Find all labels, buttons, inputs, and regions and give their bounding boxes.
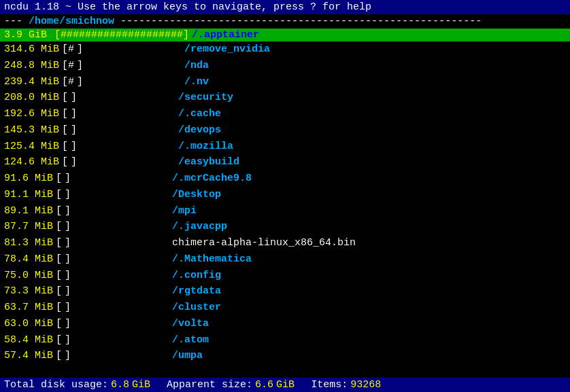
- bracket-open: [: [56, 188, 63, 202]
- file-size: 63.0 MiB: [4, 317, 56, 332]
- bracket-close: ]: [63, 317, 172, 332]
- file-path: /.nv: [184, 75, 209, 90]
- bracket-close: ]: [69, 107, 178, 122]
- bracket-open: [: [56, 171, 63, 186]
- bracket-open: [: [62, 90, 69, 105]
- file-size: 145.3 MiB: [4, 123, 62, 138]
- file-path: /.cache: [178, 107, 221, 122]
- highlight-size: 3.9 GiB: [4, 29, 52, 41]
- title-text: ncdu 1.18 ~ Use the arrow keys to naviga…: [4, 1, 371, 13]
- file-size: 124.6 MiB: [4, 155, 62, 170]
- file-row[interactable]: 73.3 MiB [ ] /rgtdata: [0, 283, 570, 300]
- bracket-close: ]: [63, 333, 172, 348]
- file-size: 314.6 MiB: [4, 42, 62, 57]
- file-row[interactable]: 314.6 MiB [# ] /remove_nvidia: [0, 41, 570, 58]
- bracket-open: [: [56, 300, 63, 315]
- file-path: /nda: [184, 58, 209, 73]
- bracket-open: [#: [62, 42, 76, 57]
- bracket-open: [: [62, 139, 69, 154]
- file-row[interactable]: 248.8 MiB [# ] /nda: [0, 58, 570, 74]
- bracket-close: ]: [63, 171, 172, 186]
- bracket-close: ]: [63, 236, 172, 251]
- file-size: 192.6 MiB: [4, 107, 62, 122]
- file-row[interactable]: 124.6 MiB [ ] /easybuild: [0, 154, 570, 171]
- total-label: Total disk usage:: [4, 379, 108, 391]
- total-value: 6.8: [111, 379, 129, 391]
- file-row[interactable]: 63.7 MiB [ ] /cluster: [0, 300, 570, 316]
- file-row[interactable]: 91.1 MiB [ ] /Desktop: [0, 187, 570, 203]
- bracket-close: ]: [76, 75, 184, 90]
- file-row[interactable]: 75.0 MiB [ ] /.config: [0, 268, 570, 284]
- file-list: 314.6 MiB [# ] /remove_nvidia248.8 MiB […: [0, 41, 570, 378]
- file-path: /.config: [172, 268, 221, 283]
- total-unit: GiB: [132, 379, 150, 391]
- apparent-value: 6.6: [255, 379, 273, 391]
- file-size: 91.1 MiB: [4, 188, 56, 202]
- file-row[interactable]: 81.3 MiB [ ] chimera-alpha-linux_x86_64.…: [0, 235, 570, 251]
- file-path: /.mcrCache9.8: [172, 171, 252, 186]
- file-path: /devops: [178, 123, 221, 138]
- bracket-open: [: [56, 236, 63, 251]
- bracket-open: [: [56, 268, 63, 283]
- status-bar: Total disk usage: 6.8 GiB Apparent size:…: [0, 378, 570, 392]
- file-size: 125.4 MiB: [4, 139, 62, 154]
- file-size: 239.4 MiB: [4, 75, 62, 90]
- file-size: 208.0 MiB: [4, 90, 62, 105]
- title-bar: ncdu 1.18 ~ Use the arrow keys to naviga…: [0, 0, 570, 14]
- file-row[interactable]: 192.6 MiB [ ] /.cache: [0, 106, 570, 122]
- highlight-bar: [####################]: [54, 29, 189, 41]
- path-suffix: ----------------------------------------…: [114, 16, 482, 27]
- file-row[interactable]: 208.0 MiB [ ] /security: [0, 90, 570, 106]
- file-path: /security: [178, 90, 233, 105]
- file-path: /.mozilla: [178, 139, 233, 154]
- file-row[interactable]: 57.4 MiB [ ] /umpa: [0, 348, 570, 364]
- file-row[interactable]: 58.4 MiB [ ] /.atom: [0, 332, 570, 349]
- file-path: /.Mathematica: [172, 252, 252, 267]
- file-size: 91.6 MiB: [4, 171, 56, 186]
- bracket-open: [: [56, 317, 63, 332]
- bracket-open: [#: [62, 58, 76, 73]
- file-path: /rgtdata: [172, 284, 221, 299]
- bracket-open: [: [62, 123, 69, 138]
- bracket-close: ]: [63, 300, 172, 315]
- file-row[interactable]: 145.3 MiB [ ] /devops: [0, 122, 570, 139]
- path-bar: --- /home/smichnow ---------------------…: [0, 14, 570, 29]
- bracket-close: ]: [69, 139, 178, 154]
- bracket-close: ]: [69, 155, 178, 170]
- file-path: /volta: [172, 317, 209, 332]
- bracket-close: ]: [63, 268, 172, 283]
- file-size: 75.0 MiB: [4, 268, 56, 283]
- file-row[interactable]: 125.4 MiB [ ] /.mozilla: [0, 139, 570, 155]
- file-size: 73.3 MiB: [4, 284, 56, 299]
- file-row[interactable]: 89.1 MiB [ ] /mpi: [0, 203, 570, 219]
- highlight-path: /.apptainer: [192, 29, 259, 41]
- file-size: 81.3 MiB: [4, 236, 56, 251]
- current-path: /home/smichnow: [29, 16, 114, 27]
- app: ncdu 1.18 ~ Use the arrow keys to naviga…: [0, 0, 570, 392]
- file-size: 63.7 MiB: [4, 300, 56, 315]
- items-value: 93268: [350, 379, 381, 391]
- file-size: 58.4 MiB: [4, 333, 56, 348]
- file-path: /cluster: [172, 300, 221, 315]
- path-prefix: ---: [4, 16, 29, 27]
- file-size: 89.1 MiB: [4, 204, 56, 219]
- highlight-unit: GiB: [29, 29, 47, 41]
- file-row[interactable]: 63.0 MiB [ ] /volta: [0, 316, 570, 332]
- file-size: 248.8 MiB: [4, 58, 62, 73]
- bracket-close: ]: [63, 219, 172, 234]
- bracket-open: [: [56, 349, 63, 363]
- file-size: 87.7 MiB: [4, 219, 56, 234]
- file-row[interactable]: 91.6 MiB [ ] /.mcrCache9.8: [0, 171, 570, 187]
- bracket-close: ]: [69, 90, 178, 105]
- file-path: /mpi: [172, 204, 197, 219]
- bracket-close: ]: [63, 349, 172, 363]
- file-row[interactable]: 87.7 MiB [ ] /.javacpp: [0, 219, 570, 235]
- bracket-open: [: [56, 252, 63, 267]
- bracket-open: [: [56, 333, 63, 348]
- file-row[interactable]: 239.4 MiB [# ] /.nv: [0, 74, 570, 90]
- bracket-open: [: [62, 155, 69, 170]
- file-path: /Desktop: [172, 188, 221, 202]
- highlight-row[interactable]: 3.9 GiB [####################] /.apptain…: [0, 29, 570, 41]
- file-row[interactable]: 78.4 MiB [ ] /.Mathematica: [0, 251, 570, 268]
- file-path: /umpa: [172, 349, 203, 363]
